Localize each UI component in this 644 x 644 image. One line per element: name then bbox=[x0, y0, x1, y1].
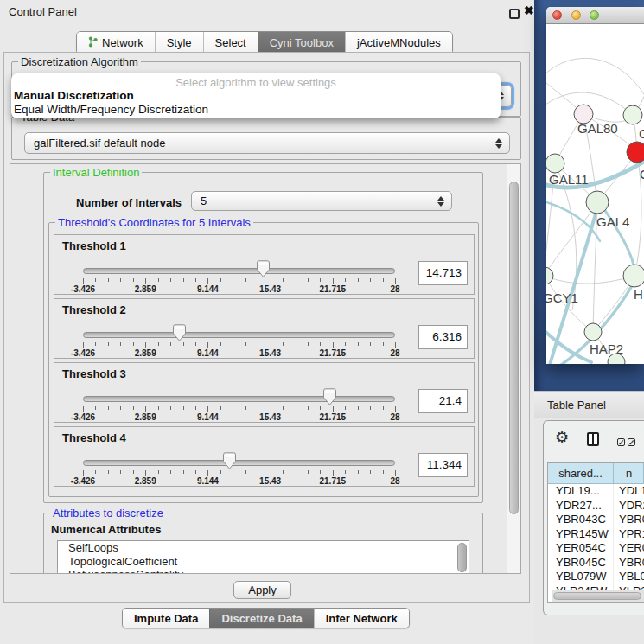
column-header-name[interactable]: n bbox=[614, 463, 644, 484]
tab-style[interactable]: Style bbox=[155, 32, 203, 54]
threshold-slider-track[interactable] bbox=[83, 460, 395, 466]
float-window-icon[interactable] bbox=[509, 9, 520, 19]
table-cell[interactable]: YER0 bbox=[614, 541, 644, 556]
tick-mark bbox=[108, 342, 109, 346]
gear-icon[interactable]: ⚙ bbox=[555, 428, 569, 447]
network-node-gal11[interactable] bbox=[546, 154, 564, 173]
tab-label: Impute Data bbox=[134, 612, 198, 625]
table-cell[interactable]: YDR2 bbox=[614, 499, 644, 513]
tick-mark bbox=[220, 278, 221, 282]
table-data-combobox[interactable]: galFiltered.sif default node bbox=[24, 132, 510, 154]
tick-mark bbox=[245, 406, 246, 410]
algorithm-option[interactable]: Manual Discretization bbox=[14, 89, 134, 102]
table-cell[interactable]: YPR1 bbox=[614, 527, 644, 542]
checkbox-icon[interactable]: ✓ bbox=[617, 438, 625, 446]
top-tab-bar: NetworkStyleSelectCyni ToolboxjActiveMNo… bbox=[76, 31, 453, 54]
tab-select[interactable]: Select bbox=[203, 32, 258, 54]
tab-cyni-toolbox[interactable]: Cyni Toolbox bbox=[258, 32, 345, 54]
close-icon[interactable]: ✖ bbox=[524, 3, 534, 17]
network-node-g[interactable] bbox=[623, 105, 642, 124]
table-cell[interactable]: YBR0 bbox=[614, 556, 644, 571]
tick-mark bbox=[95, 406, 96, 410]
tick-mark bbox=[195, 406, 196, 410]
table-cell[interactable]: YPR145W bbox=[548, 527, 614, 542]
tick-mark bbox=[158, 342, 159, 346]
node-table[interactable]: shared... n YDL19...YDL1YDR27...YDR2YBR0… bbox=[547, 462, 644, 603]
list-scrollbar[interactable] bbox=[457, 543, 467, 572]
numerical-attributes-list[interactable]: SelfLoopsTopologicalCoefficientBetweenne… bbox=[57, 540, 469, 574]
tab-impute-data[interactable]: Impute Data bbox=[123, 609, 209, 628]
table-cell[interactable]: YBR0 bbox=[614, 513, 644, 527]
tick-mark bbox=[358, 342, 359, 346]
threshold-slider-track[interactable] bbox=[83, 332, 395, 338]
network-window-titlebar[interactable] bbox=[546, 7, 644, 24]
table-row[interactable]: YDR27...YDR2 bbox=[548, 499, 644, 513]
minimize-traffic-light-icon[interactable] bbox=[571, 10, 581, 20]
num-intervals-combobox[interactable]: 5 bbox=[191, 191, 452, 211]
tick-mark bbox=[308, 278, 309, 282]
list-item[interactable]: BetweennessCentrality bbox=[58, 568, 469, 574]
table-row[interactable]: YER054CYER0 bbox=[548, 541, 644, 556]
threshold-slider-track[interactable] bbox=[83, 396, 395, 402]
table-cell[interactable]: YDL19... bbox=[548, 484, 614, 499]
tick-mark bbox=[170, 406, 171, 410]
network-node-gcy1[interactable] bbox=[546, 267, 553, 284]
network-node-c[interactable] bbox=[627, 142, 644, 163]
list-item[interactable]: TopologicalCoefficient bbox=[58, 555, 469, 569]
tick-label: -3.426 bbox=[71, 476, 95, 486]
network-canvas[interactable]: GAL80GCGAL11GAL4GCY1HHAP2 bbox=[546, 25, 644, 364]
table-cell[interactable]: YBR043C bbox=[548, 513, 614, 527]
network-node-h[interactable] bbox=[623, 265, 644, 287]
algorithm-option[interactable]: Equal Width/Frequency Discretization bbox=[14, 103, 208, 116]
tab-discretize-data[interactable]: Discretize Data bbox=[209, 609, 313, 628]
node-label: G bbox=[639, 126, 644, 141]
checkbox-icon[interactable]: ✓ bbox=[628, 438, 635, 446]
slider-thumb[interactable] bbox=[257, 260, 270, 277]
settings-scrollbar[interactable] bbox=[507, 164, 520, 573]
tab-infer-network[interactable]: Infer Network bbox=[314, 609, 409, 628]
network-node-gal4[interactable] bbox=[586, 191, 609, 214]
slider-thumb[interactable] bbox=[173, 324, 186, 341]
zoom-traffic-light-icon[interactable] bbox=[590, 10, 599, 20]
table-row[interactable]: YDL19...YDL1 bbox=[548, 484, 644, 499]
threshold-slider-track[interactable] bbox=[83, 268, 395, 274]
column-header-shared-name[interactable]: shared... bbox=[548, 463, 614, 484]
network-node-hap2[interactable] bbox=[584, 323, 602, 341]
tick-mark bbox=[308, 470, 309, 474]
tab-network[interactable]: Network bbox=[77, 32, 155, 54]
table-cell[interactable]: YER054C bbox=[548, 541, 614, 556]
scrollbar-thumb[interactable] bbox=[509, 182, 519, 514]
table-cell[interactable]: YBL079W bbox=[548, 570, 614, 584]
node-label: H bbox=[634, 287, 643, 302]
tab-label: Style bbox=[167, 36, 192, 49]
table-row[interactable]: YBR045CYBR0 bbox=[548, 556, 644, 571]
table-horizontal-scrollbar[interactable] bbox=[552, 590, 644, 602]
close-traffic-light-icon[interactable] bbox=[552, 10, 562, 20]
table-cell[interactable]: YDL1 bbox=[614, 484, 644, 499]
table-row[interactable]: YBR043CYBR0 bbox=[548, 513, 644, 527]
slider-thumb[interactable] bbox=[223, 452, 236, 469]
threshold-value-field[interactable]: 11.344 bbox=[418, 453, 468, 477]
threshold-value-field[interactable]: 6.316 bbox=[418, 325, 468, 349]
scrollbar-thumb[interactable] bbox=[553, 592, 641, 600]
table-row[interactable]: YPR145WYPR1 bbox=[548, 527, 644, 542]
tick-mark bbox=[358, 470, 359, 474]
table-row[interactable]: YBL079WYBL0 bbox=[548, 570, 644, 584]
threshold-value-field[interactable]: 14.713 bbox=[418, 261, 468, 285]
tick-mark bbox=[120, 342, 121, 346]
tick-mark bbox=[383, 278, 384, 282]
table-cell[interactable]: YDR27... bbox=[548, 499, 614, 513]
slider-thumb[interactable] bbox=[323, 388, 336, 405]
tick-mark bbox=[296, 342, 296, 346]
apply-button[interactable]: Apply bbox=[233, 581, 291, 599]
columns-icon[interactable] bbox=[587, 432, 599, 446]
table-cell[interactable]: YBL0 bbox=[614, 570, 644, 584]
tick-mark bbox=[133, 342, 134, 346]
tab-jactivemnodules[interactable]: jActiveMNodules bbox=[345, 32, 452, 54]
table-cell[interactable]: YBR045C bbox=[548, 556, 614, 571]
threshold-value-field[interactable]: 21.4 bbox=[418, 389, 468, 413]
tick-label: 2.859 bbox=[135, 348, 156, 358]
threshold-row: Threshold 4 -3.4262.8599.14415.4321.7152… bbox=[54, 426, 475, 487]
list-item[interactable]: SelfLoops bbox=[58, 541, 469, 555]
network-view-window[interactable]: GAL80GCGAL11GAL4GCY1HHAP2 bbox=[546, 7, 644, 364]
